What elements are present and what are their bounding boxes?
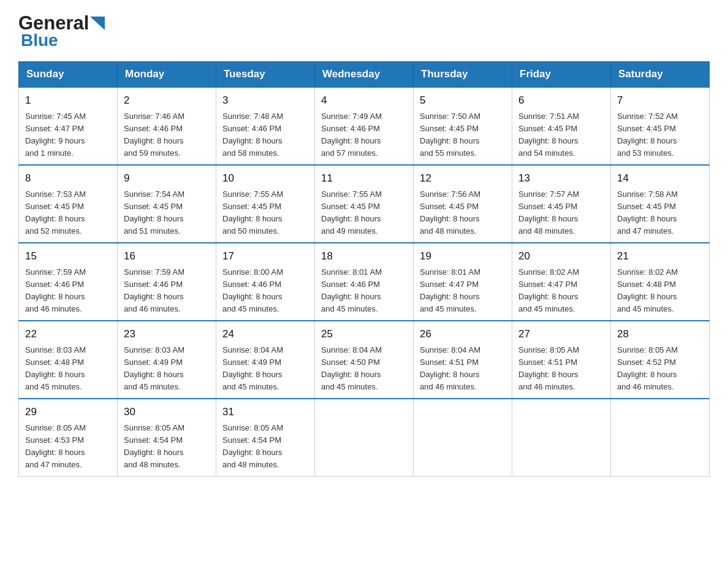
calendar-cell: 18Sunrise: 8:01 AM Sunset: 4:46 PM Dayli…: [315, 243, 414, 321]
week-row-5: 29Sunrise: 8:05 AM Sunset: 4:53 PM Dayli…: [19, 399, 710, 477]
calendar-cell: 20Sunrise: 8:02 AM Sunset: 4:47 PM Dayli…: [512, 243, 611, 321]
day-info: Sunrise: 8:05 AM Sunset: 4:52 PM Dayligh…: [617, 344, 703, 394]
day-number: 20: [518, 248, 604, 264]
day-info: Sunrise: 7:46 AM Sunset: 4:46 PM Dayligh…: [124, 110, 210, 160]
day-info: Sunrise: 8:02 AM Sunset: 4:48 PM Dayligh…: [617, 266, 703, 316]
day-info: Sunrise: 8:03 AM Sunset: 4:49 PM Dayligh…: [124, 344, 210, 394]
column-header-wednesday: Wednesday: [315, 62, 414, 88]
day-number: 31: [222, 404, 308, 420]
day-number: 10: [222, 170, 308, 186]
calendar-cell: 4Sunrise: 7:49 AM Sunset: 4:46 PM Daylig…: [315, 87, 414, 165]
calendar-cell: 15Sunrise: 7:59 AM Sunset: 4:46 PM Dayli…: [19, 243, 118, 321]
day-info: Sunrise: 8:04 AM Sunset: 4:49 PM Dayligh…: [222, 344, 308, 394]
calendar-cell: 10Sunrise: 7:55 AM Sunset: 4:45 PM Dayli…: [216, 165, 315, 243]
day-number: 24: [222, 326, 308, 342]
column-header-saturday: Saturday: [611, 62, 710, 88]
day-info: Sunrise: 8:01 AM Sunset: 4:47 PM Dayligh…: [420, 266, 506, 316]
day-number: 16: [124, 248, 210, 264]
calendar-cell: 29Sunrise: 8:05 AM Sunset: 4:53 PM Dayli…: [19, 399, 118, 477]
day-number: 4: [321, 93, 407, 109]
column-header-friday: Friday: [512, 62, 611, 88]
day-number: 21: [617, 248, 703, 264]
day-info: Sunrise: 7:53 AM Sunset: 4:45 PM Dayligh…: [25, 188, 111, 238]
page-header: General Blue: [18, 12, 710, 50]
calendar-cell: 26Sunrise: 8:04 AM Sunset: 4:51 PM Dayli…: [414, 321, 512, 399]
calendar-cell: 11Sunrise: 7:55 AM Sunset: 4:45 PM Dayli…: [315, 165, 414, 243]
day-number: 9: [124, 170, 210, 186]
day-number: 15: [25, 248, 111, 264]
calendar-cell: [315, 399, 414, 477]
day-info: Sunrise: 7:59 AM Sunset: 4:46 PM Dayligh…: [25, 266, 111, 316]
day-info: Sunrise: 7:49 AM Sunset: 4:46 PM Dayligh…: [321, 110, 407, 160]
day-info: Sunrise: 7:58 AM Sunset: 4:45 PM Dayligh…: [617, 188, 703, 238]
calendar-cell: 7Sunrise: 7:52 AM Sunset: 4:45 PM Daylig…: [611, 87, 710, 165]
day-info: Sunrise: 7:50 AM Sunset: 4:45 PM Dayligh…: [420, 110, 506, 160]
day-info: Sunrise: 7:52 AM Sunset: 4:45 PM Dayligh…: [617, 110, 703, 160]
column-header-monday: Monday: [118, 62, 216, 88]
logo-arrow-icon: [90, 17, 105, 30]
day-info: Sunrise: 7:55 AM Sunset: 4:45 PM Dayligh…: [321, 188, 407, 238]
calendar-cell: 21Sunrise: 8:02 AM Sunset: 4:48 PM Dayli…: [611, 243, 710, 321]
calendar-cell: 28Sunrise: 8:05 AM Sunset: 4:52 PM Dayli…: [611, 321, 710, 399]
column-header-thursday: Thursday: [414, 62, 512, 88]
day-info: Sunrise: 7:45 AM Sunset: 4:47 PM Dayligh…: [25, 110, 111, 160]
day-info: Sunrise: 8:00 AM Sunset: 4:46 PM Dayligh…: [222, 266, 308, 316]
calendar-cell: 13Sunrise: 7:57 AM Sunset: 4:45 PM Dayli…: [512, 165, 611, 243]
calendar-cell: 6Sunrise: 7:51 AM Sunset: 4:45 PM Daylig…: [512, 87, 611, 165]
day-number: 23: [124, 326, 210, 342]
calendar-cell: [611, 399, 710, 477]
calendar-cell: 12Sunrise: 7:56 AM Sunset: 4:45 PM Dayli…: [414, 165, 512, 243]
day-number: 29: [25, 404, 111, 420]
day-number: 25: [321, 326, 407, 342]
week-row-4: 22Sunrise: 8:03 AM Sunset: 4:48 PM Dayli…: [19, 321, 710, 399]
day-number: 30: [124, 404, 210, 420]
calendar-cell: [414, 399, 512, 477]
day-info: Sunrise: 7:57 AM Sunset: 4:45 PM Dayligh…: [518, 188, 604, 238]
day-number: 27: [518, 326, 604, 342]
calendar-cell: 14Sunrise: 7:58 AM Sunset: 4:45 PM Dayli…: [611, 165, 710, 243]
calendar-cell: 27Sunrise: 8:05 AM Sunset: 4:51 PM Dayli…: [512, 321, 611, 399]
calendar-cell: 8Sunrise: 7:53 AM Sunset: 4:45 PM Daylig…: [19, 165, 118, 243]
calendar-cell: 23Sunrise: 8:03 AM Sunset: 4:49 PM Dayli…: [118, 321, 216, 399]
day-number: 19: [420, 248, 506, 264]
day-number: 14: [617, 170, 703, 186]
calendar-cell: 2Sunrise: 7:46 AM Sunset: 4:46 PM Daylig…: [118, 87, 216, 165]
day-info: Sunrise: 7:48 AM Sunset: 4:46 PM Dayligh…: [222, 110, 308, 160]
week-row-1: 1Sunrise: 7:45 AM Sunset: 4:47 PM Daylig…: [19, 87, 710, 165]
calendar-cell: [512, 399, 611, 477]
week-row-2: 8Sunrise: 7:53 AM Sunset: 4:45 PM Daylig…: [19, 165, 710, 243]
calendar-cell: 17Sunrise: 8:00 AM Sunset: 4:46 PM Dayli…: [216, 243, 315, 321]
day-info: Sunrise: 7:54 AM Sunset: 4:45 PM Dayligh…: [124, 188, 210, 238]
day-number: 11: [321, 170, 407, 186]
day-info: Sunrise: 8:04 AM Sunset: 4:50 PM Dayligh…: [321, 344, 407, 394]
calendar-cell: 30Sunrise: 8:05 AM Sunset: 4:54 PM Dayli…: [118, 399, 216, 477]
day-info: Sunrise: 8:04 AM Sunset: 4:51 PM Dayligh…: [420, 344, 506, 394]
calendar-table: SundayMondayTuesdayWednesdayThursdayFrid…: [18, 61, 710, 477]
day-info: Sunrise: 7:56 AM Sunset: 4:45 PM Dayligh…: [420, 188, 506, 238]
day-number: 1: [25, 93, 111, 109]
day-info: Sunrise: 7:51 AM Sunset: 4:45 PM Dayligh…: [518, 110, 604, 160]
day-number: 22: [25, 326, 111, 342]
day-number: 6: [518, 93, 604, 109]
day-number: 2: [124, 93, 210, 109]
day-number: 3: [222, 93, 308, 109]
day-number: 17: [222, 248, 308, 264]
calendar-cell: 1Sunrise: 7:45 AM Sunset: 4:47 PM Daylig…: [19, 87, 118, 165]
day-number: 7: [617, 93, 703, 109]
day-info: Sunrise: 8:01 AM Sunset: 4:46 PM Dayligh…: [321, 266, 407, 316]
day-number: 26: [420, 326, 506, 342]
day-info: Sunrise: 8:02 AM Sunset: 4:47 PM Dayligh…: [518, 266, 604, 316]
svg-marker-0: [90, 17, 105, 30]
day-info: Sunrise: 7:55 AM Sunset: 4:45 PM Dayligh…: [222, 188, 308, 238]
calendar-cell: 31Sunrise: 8:05 AM Sunset: 4:54 PM Dayli…: [216, 399, 315, 477]
day-info: Sunrise: 8:05 AM Sunset: 4:54 PM Dayligh…: [222, 422, 308, 472]
day-number: 5: [420, 93, 506, 109]
calendar-cell: 25Sunrise: 8:04 AM Sunset: 4:50 PM Dayli…: [315, 321, 414, 399]
day-info: Sunrise: 8:05 AM Sunset: 4:51 PM Dayligh…: [518, 344, 604, 394]
logo: General Blue: [18, 12, 106, 50]
day-info: Sunrise: 8:03 AM Sunset: 4:48 PM Dayligh…: [25, 344, 111, 394]
day-info: Sunrise: 8:05 AM Sunset: 4:53 PM Dayligh…: [25, 422, 111, 472]
day-info: Sunrise: 7:59 AM Sunset: 4:46 PM Dayligh…: [124, 266, 210, 316]
day-info: Sunrise: 8:05 AM Sunset: 4:54 PM Dayligh…: [124, 422, 210, 472]
day-number: 18: [321, 248, 407, 264]
